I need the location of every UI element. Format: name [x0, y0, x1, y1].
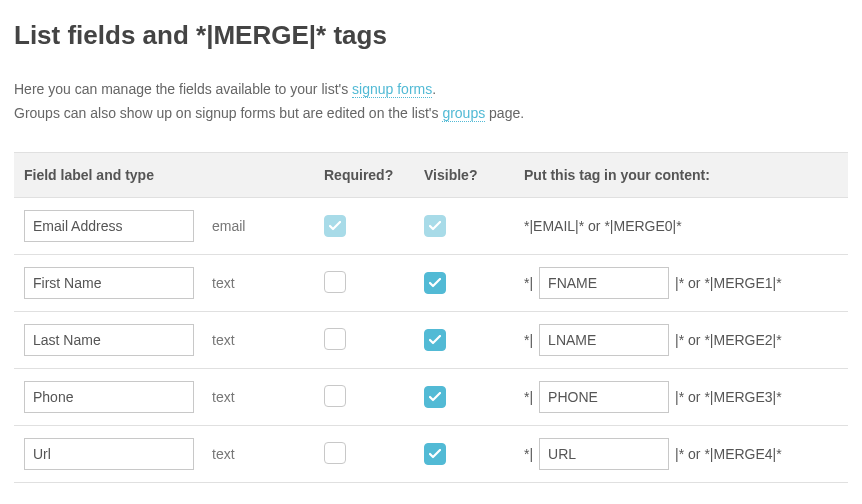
- table-row: text*||* or *|MERGE3|*: [14, 369, 848, 426]
- tag-cell: *||* or *|MERGE1|*: [524, 267, 838, 299]
- required-cell: [324, 328, 424, 353]
- table-row: text*||* or *|MERGE4|*: [14, 426, 848, 483]
- intro-2-post: page.: [485, 105, 524, 121]
- visible-cell: [424, 329, 524, 351]
- merge-tag-input[interactable]: [539, 324, 669, 356]
- visible-checkbox[interactable]: [424, 329, 446, 351]
- required-checkbox[interactable]: [324, 328, 346, 350]
- table-row: text*||* or *|MERGE1|*: [14, 255, 848, 312]
- required-cell: [324, 385, 424, 410]
- intro-2-pre: Groups can also show up on signup forms …: [14, 105, 442, 121]
- field-label-input[interactable]: [24, 438, 194, 470]
- tag-cell: *||* or *|MERGE2|*: [524, 324, 838, 356]
- field-type-label: email: [212, 218, 245, 234]
- field-type-label: text: [212, 446, 235, 462]
- table-header-row: Field label and type Required? Visible? …: [14, 153, 848, 198]
- required-checkbox[interactable]: [324, 271, 346, 293]
- required-checkbox[interactable]: [324, 385, 346, 407]
- field-label-input[interactable]: [24, 267, 194, 299]
- tag-suffix: |* or *|MERGE4|*: [675, 446, 782, 462]
- field-label-cell: email: [24, 210, 324, 242]
- field-label-input[interactable]: [24, 210, 194, 242]
- visible-checkbox[interactable]: [424, 386, 446, 408]
- field-type-label: text: [212, 389, 235, 405]
- field-label-input[interactable]: [24, 381, 194, 413]
- tag-suffix: |* or *|MERGE2|*: [675, 332, 782, 348]
- visible-checkbox[interactable]: [424, 443, 446, 465]
- visible-checkbox[interactable]: [424, 272, 446, 294]
- table-row: email*|EMAIL|* or *|MERGE0|*: [14, 198, 848, 255]
- required-checkbox: [324, 215, 346, 237]
- visible-cell: [424, 215, 524, 237]
- merge-tag-static: *|EMAIL|* or *|MERGE0|*: [524, 218, 682, 234]
- field-label-cell: text: [24, 324, 324, 356]
- intro-1-pre: Here you can manage the fields available…: [14, 81, 352, 97]
- visible-cell: [424, 272, 524, 294]
- intro-line-2: Groups can also show up on signup forms …: [14, 103, 848, 125]
- tag-cell: *||* or *|MERGE3|*: [524, 381, 838, 413]
- tag-suffix: |* or *|MERGE1|*: [675, 275, 782, 291]
- field-label-cell: text: [24, 267, 324, 299]
- tag-prefix: *|: [524, 389, 533, 405]
- page-title: List fields and *|MERGE|* tags: [14, 20, 848, 51]
- signup-forms-link[interactable]: signup forms: [352, 81, 432, 98]
- fields-table: Field label and type Required? Visible? …: [14, 152, 848, 483]
- required-cell: [324, 442, 424, 467]
- tag-prefix: *|: [524, 275, 533, 291]
- field-type-label: text: [212, 275, 235, 291]
- header-visible: Visible?: [424, 167, 524, 183]
- visible-cell: [424, 443, 524, 465]
- intro-line-1: Here you can manage the fields available…: [14, 79, 848, 101]
- field-label-cell: text: [24, 438, 324, 470]
- header-label: Field label and type: [24, 167, 324, 183]
- visible-cell: [424, 386, 524, 408]
- field-label-input[interactable]: [24, 324, 194, 356]
- visible-checkbox: [424, 215, 446, 237]
- tag-cell: *||* or *|MERGE4|*: [524, 438, 838, 470]
- required-cell: [324, 215, 424, 237]
- intro-1-post: .: [432, 81, 436, 97]
- tag-cell: *|EMAIL|* or *|MERGE0|*: [524, 218, 838, 234]
- tag-suffix: |* or *|MERGE3|*: [675, 389, 782, 405]
- merge-tag-input[interactable]: [539, 381, 669, 413]
- table-row: text*||* or *|MERGE2|*: [14, 312, 848, 369]
- required-checkbox[interactable]: [324, 442, 346, 464]
- field-label-cell: text: [24, 381, 324, 413]
- merge-tag-input[interactable]: [539, 438, 669, 470]
- merge-tag-input[interactable]: [539, 267, 669, 299]
- header-required: Required?: [324, 167, 424, 183]
- tag-prefix: *|: [524, 332, 533, 348]
- groups-link[interactable]: groups: [442, 105, 485, 122]
- tag-prefix: *|: [524, 446, 533, 462]
- field-type-label: text: [212, 332, 235, 348]
- header-tag: Put this tag in your content:: [524, 167, 838, 183]
- required-cell: [324, 271, 424, 296]
